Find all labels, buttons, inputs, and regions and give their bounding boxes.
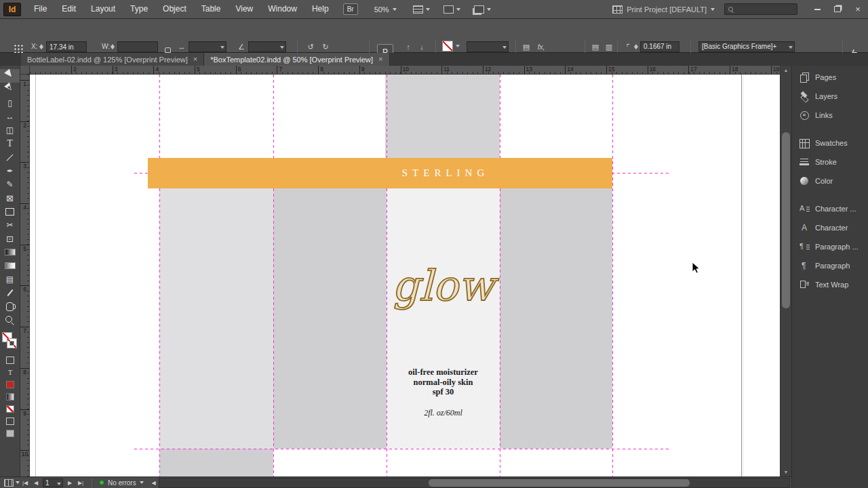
page-view-icon[interactable] [4,479,14,487]
tool-button[interactable] [0,205,20,218]
box-side-panel-2[interactable] [273,188,387,449]
document-tab[interactable]: BottleLabel-02.indd @ 125% [Overprint Pr… [21,53,204,66]
document-tab[interactable]: *BoxTemplate02.indd @ 50% [Overprint Pre… [204,53,389,66]
dock-panel-button[interactable]: Links [792,106,868,125]
scroll-down-icon[interactable]: ▼ [781,468,791,476]
select-next-object-button[interactable] [416,41,427,52]
view-options-dropdown[interactable] [413,5,430,14]
box-side-panel-1[interactable] [159,188,273,449]
fold-guide-vertical[interactable] [159,75,160,476]
apply-none-button[interactable] [6,405,14,413]
glow-logo-text[interactable]: glow [387,249,500,329]
align-left-icon[interactable] [521,41,532,52]
tool-button[interactable] [0,300,20,313]
tool-button[interactable] [0,245,20,259]
vertical-scrollbar[interactable]: ▲ ▼ [780,66,791,476]
zoom-level-dropdown[interactable]: 50% [374,5,397,14]
tool-button[interactable] [0,83,20,96]
dock-panel-button[interactable]: Text Wrap [792,275,868,294]
ruler-origin-corner[interactable] [20,66,30,75]
fold-guide-horizontal[interactable] [134,449,669,449]
search-input[interactable] [734,5,794,14]
fill-stroke-swatches[interactable] [0,332,20,354]
select-previous-object-button[interactable] [403,41,414,52]
effects-icon[interactable] [536,41,547,52]
tool-button[interactable] [0,191,20,205]
stroke-color-swatch[interactable] [442,41,453,52]
screen-mode-dropdown[interactable] [443,5,460,14]
tool-button[interactable] [0,218,20,232]
tool-button[interactable] [0,164,20,178]
chevron-down-icon[interactable] [456,45,460,49]
horizontal-ruler[interactable]: 2345678910111213141516171819 [30,66,780,75]
tool-button[interactable] [0,259,20,272]
menu-item[interactable]: Object [155,0,194,18]
bridge-button[interactable]: Br [343,3,358,15]
menu-item[interactable]: Help [304,0,336,18]
fold-guide-vertical[interactable] [612,75,613,476]
menu-item[interactable]: Window [260,0,304,18]
tool-button[interactable] [0,96,20,110]
apply-color-button[interactable] [6,381,14,388]
menu-item[interactable]: Edit [54,0,83,18]
reference-point-proxy[interactable] [13,43,23,54]
corner-radius-field[interactable]: 0.1667 in [640,41,679,52]
stroke-swatch[interactable] [7,338,17,348]
rotate-ccw-button[interactable] [305,41,316,52]
previous-page-button[interactable]: ◀ [31,480,41,486]
rotation-angle-field[interactable] [248,41,286,52]
close-tab-icon[interactable]: × [378,56,382,63]
arrange-documents-dropdown[interactable] [474,5,491,14]
brand-band[interactable]: STERLING [148,158,612,188]
scroll-up-icon[interactable]: ▲ [781,66,791,75]
tool-button[interactable] [0,232,20,245]
menu-item[interactable]: Layout [83,0,123,18]
object-style-dropdown[interactable]: [Basic Graphics Frame]+ [698,41,795,52]
tool-button[interactable] [0,69,20,83]
fold-guide-vertical[interactable] [273,75,274,476]
menu-item[interactable]: File [26,0,54,18]
box-bottom-flap-panel[interactable] [159,449,273,476]
dock-panel-button[interactable]: Color [792,171,868,190]
dock-panel-button[interactable]: Pages [792,68,868,87]
tool-button[interactable] [0,137,20,150]
document-canvas[interactable]: STERLING glow oil-free moisturizernormal… [30,75,780,476]
tool-button[interactable] [0,110,20,123]
menu-item[interactable]: View [228,0,260,18]
vertical-ruler[interactable]: 12345678910 [20,75,30,476]
restore-button[interactable] [827,0,848,18]
dock-panel-button[interactable]: Swatches [792,134,868,152]
w-stepper[interactable] [110,41,116,52]
normal-view-button[interactable] [6,418,14,425]
dock-panel-button[interactable]: Character ... [792,199,868,218]
text-wrap-around-button[interactable] [604,41,614,52]
chevron-down-icon[interactable] [140,481,144,486]
close-button[interactable]: × [848,0,868,18]
tool-button[interactable] [0,313,20,327]
box-side-panel-3[interactable] [500,188,612,449]
next-page-button[interactable]: ▶ [64,480,75,486]
close-tab-icon[interactable]: × [193,56,197,63]
tool-button[interactable] [0,123,20,137]
x-position-field[interactable] [46,41,87,52]
fold-guide-vertical[interactable] [500,75,500,476]
vertical-scrollbar-thumb[interactable] [782,132,790,308]
formatting-text-icon[interactable]: T [8,369,12,376]
first-page-button[interactable]: |◀ [20,480,31,486]
tool-button[interactable] [0,178,20,191]
corner-radius-stepper[interactable] [633,41,639,52]
scroll-left-icon[interactable]: ◀ [149,480,159,486]
stroke-weight-dropdown[interactable] [467,41,509,52]
page-number-field[interactable]: 1 [43,479,63,487]
rotate-cw-button[interactable] [320,41,331,52]
width-field[interactable] [117,41,158,52]
preview-mode-button[interactable] [6,430,14,437]
horizontal-scrollbar[interactable] [159,478,790,488]
tool-button[interactable] [0,272,20,286]
dock-panel-button[interactable]: Paragraph ... [792,237,868,256]
tool-button[interactable] [0,286,20,300]
dock-panel-button[interactable]: Stroke [792,152,868,171]
search-box[interactable] [724,3,797,15]
last-page-button[interactable]: ▶| [75,480,86,486]
menu-item[interactable]: Type [123,0,155,18]
